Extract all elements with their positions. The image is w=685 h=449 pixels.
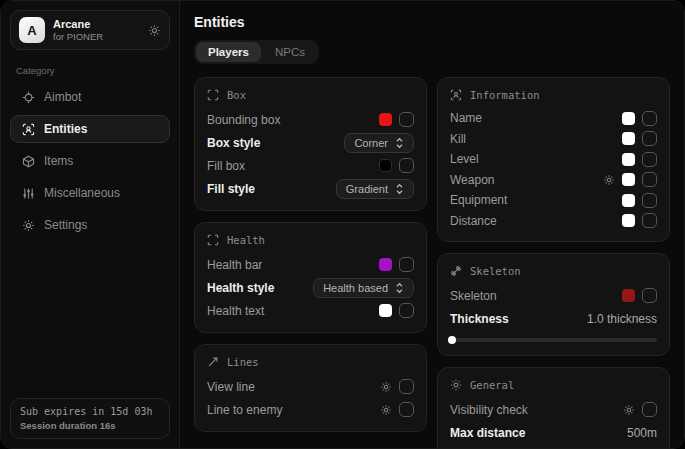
kill-checkbox[interactable] bbox=[642, 131, 657, 146]
setting-row-fill-style: Fill style Gradient bbox=[207, 177, 414, 200]
color-swatch[interactable] bbox=[622, 173, 635, 186]
setting-row-box-style: Box style Corner bbox=[207, 131, 414, 154]
bounding-box-checkbox[interactable] bbox=[399, 112, 414, 127]
color-swatch[interactable] bbox=[379, 113, 392, 126]
box-card: Box Bounding box Box style Corner bbox=[194, 77, 427, 211]
sun-icon bbox=[450, 379, 462, 391]
section-title: Health bbox=[227, 234, 265, 246]
setting-row-line-to-enemy: Line to enemy bbox=[207, 398, 414, 421]
left-column: Box Bounding box Box style Corner bbox=[194, 77, 427, 435]
sidebar-item-miscellaneous[interactable]: Miscellaneous bbox=[10, 179, 170, 207]
sidebar-item-label: Items bbox=[44, 154, 73, 168]
setting-row-health-text: Health text bbox=[207, 299, 414, 322]
diagonal-line-icon bbox=[207, 356, 219, 368]
general-card: General Visibility check Max distance bbox=[437, 367, 670, 449]
slider-thumb[interactable] bbox=[448, 336, 456, 344]
distance-checkbox[interactable] bbox=[642, 213, 657, 228]
color-swatch[interactable] bbox=[622, 132, 635, 145]
unfold-icon bbox=[395, 137, 404, 149]
category-label: Category bbox=[16, 65, 164, 76]
sidebar-item-aimbot[interactable]: Aimbot bbox=[10, 83, 170, 111]
tab-npcs[interactable]: NPCs bbox=[263, 42, 317, 62]
gear-icon[interactable] bbox=[603, 174, 615, 186]
visibility-check-checkbox[interactable] bbox=[642, 402, 657, 417]
fill-box-checkbox[interactable] bbox=[399, 158, 414, 173]
health-style-dropdown[interactable]: Health based bbox=[313, 278, 414, 298]
setting-row-health-style: Health style Health based bbox=[207, 276, 414, 299]
health-bar-checkbox[interactable] bbox=[399, 257, 414, 272]
gear-icon bbox=[21, 219, 35, 232]
setting-row-view-line: View line bbox=[207, 375, 414, 398]
setting-row-distance: Distance bbox=[450, 211, 657, 232]
section-title: Information bbox=[470, 89, 540, 101]
color-swatch[interactable] bbox=[622, 214, 635, 227]
unfold-icon bbox=[395, 282, 404, 294]
setting-row-bounding-box: Bounding box bbox=[207, 108, 414, 131]
gear-icon[interactable] bbox=[148, 24, 161, 37]
sidebar-item-settings[interactable]: Settings bbox=[10, 211, 170, 239]
setting-row-health-bar: Health bar bbox=[207, 253, 414, 276]
main-panel: Entities Players NPCs Box bbox=[179, 1, 684, 448]
health-text-checkbox[interactable] bbox=[399, 303, 414, 318]
setting-row-equipment: Equipment bbox=[450, 190, 657, 211]
lines-card: Lines View line Line to enemy bbox=[194, 344, 427, 432]
cube-icon bbox=[21, 155, 35, 168]
setting-row-kill: Kill bbox=[450, 129, 657, 150]
section-title: General bbox=[470, 379, 514, 391]
tab-group: Players NPCs bbox=[194, 40, 319, 64]
sidebar-item-items[interactable]: Items bbox=[10, 147, 170, 175]
sidebar-item-label: Miscellaneous bbox=[44, 186, 120, 200]
setting-row-name: Name bbox=[450, 108, 657, 129]
level-checkbox[interactable] bbox=[642, 152, 657, 167]
gear-icon[interactable] bbox=[380, 404, 392, 416]
bone-icon bbox=[450, 265, 462, 277]
skeleton-checkbox[interactable] bbox=[642, 288, 657, 303]
app-name: Arcane bbox=[53, 18, 103, 30]
sliders-icon bbox=[21, 187, 35, 200]
color-swatch[interactable] bbox=[379, 258, 392, 271]
weapon-checkbox[interactable] bbox=[642, 172, 657, 187]
thickness-value: 1.0 thickness bbox=[587, 312, 657, 326]
setting-row-weapon: Weapon bbox=[450, 170, 657, 191]
page-title: Entities bbox=[194, 14, 670, 30]
name-checkbox[interactable] bbox=[642, 111, 657, 126]
health-card: Health Health bar Health style Health ba… bbox=[194, 222, 427, 333]
sidebar-item-entities[interactable]: Entities bbox=[10, 115, 170, 143]
color-swatch[interactable] bbox=[379, 304, 392, 317]
section-title: Lines bbox=[227, 356, 259, 368]
app-window: A Arcane for PIONER Category Aimbot bbox=[0, 0, 685, 449]
app-subtitle: for PIONER bbox=[53, 31, 103, 42]
setting-row-fill-box: Fill box bbox=[207, 154, 414, 177]
entities-icon bbox=[21, 123, 35, 136]
equipment-checkbox[interactable] bbox=[642, 193, 657, 208]
thickness-slider[interactable] bbox=[450, 338, 657, 342]
color-swatch[interactable] bbox=[622, 153, 635, 166]
view-line-checkbox[interactable] bbox=[399, 379, 414, 394]
content-columns: Box Bounding box Box style Corner bbox=[194, 77, 670, 435]
sidebar-item-label: Aimbot bbox=[44, 90, 81, 104]
max-distance-value: 500m bbox=[627, 426, 657, 440]
sidebar-item-label: Entities bbox=[44, 122, 87, 136]
color-swatch[interactable] bbox=[622, 289, 635, 302]
brand-card: A Arcane for PIONER bbox=[10, 10, 170, 50]
section-title: Box bbox=[227, 89, 246, 101]
right-column: Information Name Kill bbox=[437, 77, 670, 435]
color-swatch[interactable] bbox=[379, 159, 392, 172]
setting-row-visibility-check: Visibility check bbox=[450, 398, 657, 421]
gear-icon[interactable] bbox=[380, 381, 392, 393]
color-swatch[interactable] bbox=[622, 112, 635, 125]
setting-row-thickness: Thickness 1.0 thickness bbox=[450, 307, 657, 330]
setting-row-max-distance: Max distance 500m bbox=[450, 421, 657, 444]
skeleton-card: Skeleton Skeleton Thickness 1.0 thicknes… bbox=[437, 253, 670, 356]
color-swatch[interactable] bbox=[622, 194, 635, 207]
unfold-icon bbox=[395, 183, 404, 195]
tab-players[interactable]: Players bbox=[196, 42, 261, 62]
line-to-enemy-checkbox[interactable] bbox=[399, 402, 414, 417]
gear-icon[interactable] bbox=[623, 404, 635, 416]
sidebar: A Arcane for PIONER Category Aimbot bbox=[1, 1, 179, 448]
crosshair-icon bbox=[21, 91, 35, 104]
app-logo: A bbox=[19, 17, 45, 43]
box-style-dropdown[interactable]: Corner bbox=[344, 133, 414, 153]
fill-style-dropdown[interactable]: Gradient bbox=[336, 179, 414, 199]
session-duration-text: Session duration 16s bbox=[20, 420, 160, 431]
